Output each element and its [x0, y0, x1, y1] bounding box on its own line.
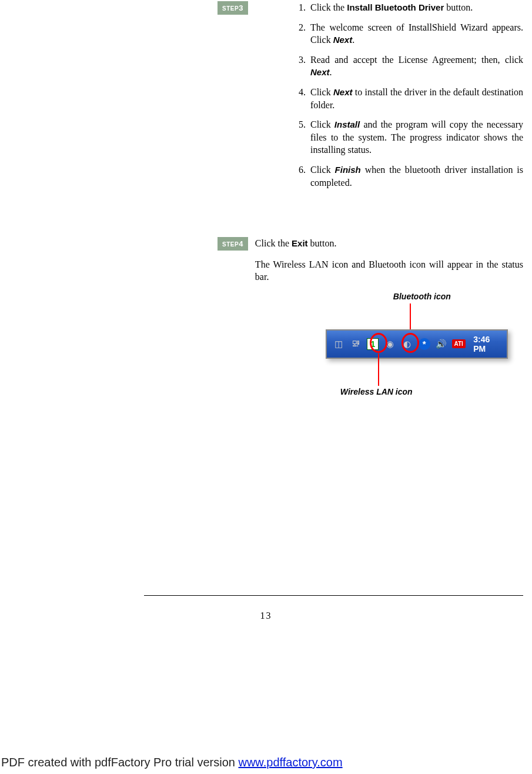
step3-item-3: Read and accept the License Agreement; t… — [308, 54, 523, 79]
step4-badge-prefix: STEP — [222, 241, 239, 248]
step3-badge-num: 3 — [239, 4, 243, 12]
step3-item-1: Click the Install Bluetooth Driver butto… — [308, 1, 523, 14]
step4-badge-num: 4 — [239, 239, 243, 248]
page-separator-rule — [144, 595, 523, 596]
step3-item-4: Click Next to install the driver in the … — [308, 86, 523, 111]
tray-diagram: Bluetooth icon ◫ 🖳 1 ◉ ◐ * 🔊 — [302, 292, 520, 415]
page-number: 13 — [0, 610, 532, 621]
step3-item-5: Click Install and the program will copy … — [308, 118, 523, 156]
wireless-lan-icon-label: Wireless LAN icon — [340, 387, 413, 396]
wlan-callout-line — [378, 353, 379, 386]
step3-badge: STEP3 — [218, 1, 248, 15]
pdf-footer: PDF created with pdfFactory Pro trial ve… — [1, 756, 343, 769]
tray-volume-icon: 🔊 — [435, 338, 447, 351]
bluetooth-highlight-circle — [401, 333, 419, 353]
step4-line1: Click the Exit button. — [255, 237, 523, 250]
bluetooth-icon-label: Bluetooth icon — [393, 292, 451, 301]
taskbar-clock: 3:46 PM — [473, 335, 503, 353]
footer-text: PDF created with pdfFactory Pro trial ve… — [1, 756, 238, 769]
wlan-highlight-circle — [370, 333, 387, 353]
tray-network-icon: 🖳 — [350, 338, 362, 351]
step3-badge-prefix: STEP — [222, 5, 239, 12]
step4-badge: STEP4 — [218, 237, 248, 251]
ati-icon: ATI — [452, 338, 465, 351]
step3-list: Click the Install Bluetooth Driver butto… — [263, 1, 523, 196]
step4-line2: The Wireless LAN icon and Bluetooth icon… — [255, 258, 523, 283]
step3-item-6: Click Finish when the bluetooth driver i… — [308, 164, 523, 189]
bluetooth-icon: * — [418, 338, 430, 351]
tray-generic-icon: ◫ — [333, 338, 345, 351]
step3-item-2: The welcome screen of InstallShield Wiza… — [308, 21, 523, 46]
bluetooth-callout-line — [410, 303, 411, 333]
footer-link[interactable]: www.pdffactory.com — [238, 756, 342, 769]
